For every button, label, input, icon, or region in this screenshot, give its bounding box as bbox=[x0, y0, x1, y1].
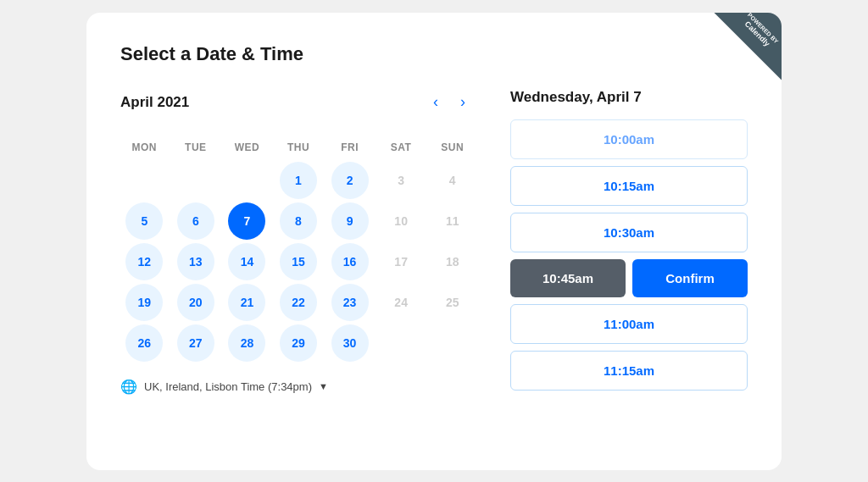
time-slot[interactable]: 10:15am bbox=[510, 166, 748, 206]
time-slot[interactable]: 11:00am bbox=[510, 304, 748, 344]
day-cell-available[interactable]: 22 bbox=[280, 284, 317, 321]
time-slots-container: 10:00am10:15am10:30am10:45amConfirm11:00… bbox=[510, 119, 748, 391]
calendar-days-grid: 1234567891011121314151617181920212223242… bbox=[120, 162, 476, 362]
time-slot-selected-row: 10:45amConfirm bbox=[510, 259, 748, 297]
day-cell-unavailable: 24 bbox=[377, 284, 426, 321]
day-cell-available[interactable]: 1 bbox=[280, 162, 317, 199]
next-month-button[interactable]: › bbox=[449, 89, 476, 116]
day-cell-unavailable: 17 bbox=[377, 243, 426, 280]
calendar-header: April 2021 ‹ › bbox=[120, 89, 476, 116]
day-header-tue: TUE bbox=[172, 136, 220, 162]
day-cell-available[interactable]: 30 bbox=[331, 324, 369, 362]
day-cell-available[interactable]: 20 bbox=[177, 284, 214, 321]
day-cell-selected[interactable]: 7 bbox=[228, 202, 265, 240]
day-header-thu: THU bbox=[275, 136, 323, 162]
time-slot[interactable]: 11:15am bbox=[510, 351, 748, 391]
globe-icon: 🌐 bbox=[120, 379, 137, 395]
time-section: Wednesday, April 7 10:00am10:15am10:30am… bbox=[510, 89, 748, 446]
day-cell-available[interactable]: 6 bbox=[177, 202, 214, 240]
day-cell-available[interactable]: 28 bbox=[228, 324, 265, 362]
day-cell-available[interactable]: 9 bbox=[331, 202, 369, 240]
day-cell-unavailable: 25 bbox=[428, 284, 476, 321]
day-header-fri: FRI bbox=[326, 136, 374, 162]
calendar-section: April 2021 ‹ › MON TUE WED THU FRI SAT S… bbox=[120, 89, 476, 446]
day-header-sat: SAT bbox=[377, 136, 426, 162]
day-cell-available[interactable]: 27 bbox=[177, 324, 214, 362]
month-year-label: April 2021 bbox=[120, 94, 422, 111]
time-slot-selected[interactable]: 10:45am bbox=[510, 259, 626, 297]
time-slot[interactable]: 10:00am bbox=[510, 119, 748, 159]
page-title: Select a Date & Time bbox=[120, 43, 748, 65]
day-cell-available[interactable]: 13 bbox=[177, 243, 214, 280]
day-cell-unavailable: 10 bbox=[377, 202, 426, 240]
day-cell-empty bbox=[120, 162, 169, 199]
time-panel-header: Wednesday, April 7 bbox=[510, 89, 748, 106]
day-header-mon: MON bbox=[120, 136, 169, 162]
day-cell-available[interactable]: 26 bbox=[125, 324, 163, 362]
day-cell-available[interactable]: 15 bbox=[280, 243, 317, 280]
day-cell-available[interactable]: 8 bbox=[280, 202, 317, 240]
timezone-dropdown-arrow: ▼ bbox=[319, 381, 328, 391]
day-cell-available[interactable]: 5 bbox=[125, 202, 163, 240]
day-cell-empty bbox=[172, 162, 220, 199]
day-cell-empty bbox=[223, 162, 271, 199]
main-content: April 2021 ‹ › MON TUE WED THU FRI SAT S… bbox=[120, 89, 748, 446]
day-cell-available[interactable]: 14 bbox=[228, 243, 265, 280]
confirm-button[interactable]: Confirm bbox=[632, 259, 748, 297]
day-cell-available[interactable]: 23 bbox=[331, 284, 369, 321]
prev-month-button[interactable]: ‹ bbox=[422, 89, 449, 116]
day-cell-unavailable: 18 bbox=[428, 243, 476, 280]
day-cell-available[interactable]: 29 bbox=[280, 324, 317, 362]
day-header-wed: WED bbox=[223, 136, 271, 162]
day-cell-available[interactable]: 12 bbox=[125, 243, 163, 280]
day-cell-unavailable: 4 bbox=[428, 162, 476, 199]
timezone-label: UK, Ireland, Lisbon Time (7:34pm) bbox=[144, 380, 312, 393]
day-cell-empty bbox=[377, 324, 426, 362]
day-cell-available[interactable]: 21 bbox=[228, 284, 265, 321]
timezone-row[interactable]: 🌐 UK, Ireland, Lisbon Time (7:34pm) ▼ bbox=[120, 379, 476, 395]
day-cell-empty bbox=[428, 324, 476, 362]
calendar-grid: MON TUE WED THU FRI SAT SUN bbox=[120, 136, 476, 162]
main-card: POWERED BY Calendly Select a Date & Time… bbox=[86, 13, 782, 470]
time-slot[interactable]: 10:30am bbox=[510, 213, 748, 252]
day-cell-available[interactable]: 2 bbox=[331, 162, 369, 199]
day-header-sun: SUN bbox=[428, 136, 476, 162]
day-cell-available[interactable]: 16 bbox=[331, 243, 369, 280]
day-cell-available[interactable]: 19 bbox=[125, 284, 163, 321]
day-cell-unavailable: 3 bbox=[377, 162, 426, 199]
day-cell-unavailable: 11 bbox=[428, 202, 476, 240]
